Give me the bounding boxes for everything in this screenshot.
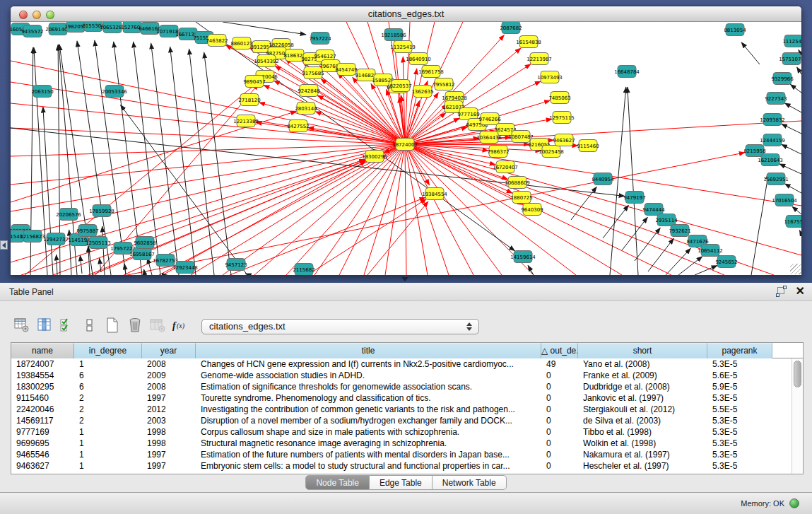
table-row[interactable]: 946554611997Estimation of the future num… bbox=[11, 449, 792, 460]
column-header-out-de-[interactable]: △ out_de... bbox=[541, 343, 578, 358]
tab-edge-table[interactable]: Edge Table bbox=[370, 475, 433, 490]
graph-node[interactable]: 2115682 bbox=[293, 264, 314, 276]
graph-node[interactable]: 8860123 bbox=[230, 37, 252, 49]
graph-node[interactable]: 2063150 bbox=[31, 86, 53, 98]
tab-node-table[interactable]: Node Table bbox=[305, 475, 370, 490]
graph-node[interactable]: 9746266 bbox=[478, 113, 501, 125]
show-columns-icon[interactable] bbox=[35, 316, 54, 334]
graph-node[interactable]: 16958167 bbox=[129, 248, 155, 260]
graph-node[interactable]: 11325419 bbox=[390, 41, 416, 53]
graph-node[interactable]: 10973493 bbox=[537, 71, 563, 83]
column-header-title[interactable]: title bbox=[196, 343, 541, 358]
graph-node[interactable]: 9435572 bbox=[21, 25, 43, 37]
graph-node[interactable]: 9463627 bbox=[553, 134, 575, 146]
graph-node[interactable]: 1167553 bbox=[784, 216, 801, 228]
delete-column-icon[interactable] bbox=[126, 316, 144, 334]
graph-node[interactable]: 12975115 bbox=[549, 112, 575, 124]
graph-node[interactable]: 19384554 bbox=[422, 188, 447, 200]
graph-node[interactable]: 20206576 bbox=[56, 209, 81, 221]
column-header-short[interactable]: short bbox=[578, 343, 707, 358]
graph-node[interactable]: 20364436 bbox=[476, 132, 502, 144]
graph-node[interactable]: 12213389 bbox=[233, 115, 259, 127]
collapsed-panel-arrow-button[interactable] bbox=[0, 240, 8, 250]
graph-node[interactable]: 9329966 bbox=[771, 73, 794, 85]
table-vertical-scrollbar[interactable] bbox=[792, 358, 803, 474]
graph-node[interactable]: 12093832 bbox=[760, 114, 785, 126]
row-selection-icon[interactable] bbox=[58, 316, 76, 334]
graph-node[interactable]: 18724007 bbox=[392, 139, 418, 151]
graph-node[interactable]: 8427552 bbox=[287, 120, 309, 132]
graph-node[interactable]: 15751074 bbox=[779, 53, 801, 65]
graph-node[interactable]: 16961758 bbox=[418, 66, 444, 78]
window-titlebar[interactable]: citations_edges.txt bbox=[11, 6, 801, 22]
graph-node[interactable]: 9890457 bbox=[243, 76, 265, 88]
table-selector-dropdown[interactable]: citations_edges.txt bbox=[201, 319, 479, 334]
table-row[interactable]: 977716911998Corpus callosum shape and si… bbox=[11, 426, 792, 438]
graph-node[interactable]: 12444159 bbox=[760, 134, 785, 146]
graph-node[interactable]: 18640910 bbox=[406, 53, 431, 65]
graph-node[interactable]: 7957224 bbox=[309, 33, 331, 45]
graph-node[interactable]: 16648784 bbox=[614, 66, 640, 78]
graph-node[interactable]: 9245652 bbox=[715, 256, 737, 268]
column-header-year[interactable]: year bbox=[142, 343, 196, 358]
graph-node[interactable]: 12942737 bbox=[43, 233, 69, 245]
graph-node[interactable]: 15692951 bbox=[763, 173, 789, 185]
graph-node[interactable]: 1362635 bbox=[411, 86, 433, 98]
graph-node[interactable]: 10543392 bbox=[254, 55, 279, 67]
graph-node[interactable]: 12156823 bbox=[20, 230, 45, 243]
graph-node[interactable]: 9975887 bbox=[76, 225, 98, 237]
graph-node[interactable]: 9479197 bbox=[623, 192, 645, 204]
close-panel-button[interactable]: ✕ bbox=[796, 285, 805, 298]
graph-node[interactable]: 1880725 bbox=[510, 192, 532, 204]
graph-node[interactable]: 9175685 bbox=[302, 67, 324, 79]
graph-node[interactable]: 12923448 bbox=[172, 262, 198, 274]
scrollbar-thumb[interactable] bbox=[794, 361, 801, 387]
graph-node[interactable]: 9474444 bbox=[642, 204, 665, 216]
splitter-collapse-handle[interactable] bbox=[401, 277, 408, 281]
graph-node[interactable]: 10688609 bbox=[505, 177, 530, 189]
graph-node[interactable]: 9242848 bbox=[298, 85, 319, 97]
graph-node[interactable]: 10807487 bbox=[508, 131, 534, 143]
graph-node[interactable]: 9640309 bbox=[521, 204, 543, 216]
table-row[interactable]: 1938455462009Genome-wide association stu… bbox=[11, 370, 792, 381]
graph-node[interactable]: 16154838 bbox=[516, 36, 541, 48]
graph-node[interactable]: 7955812 bbox=[433, 78, 454, 90]
graph-node[interactable]: 16210643 bbox=[758, 154, 783, 166]
graph-node[interactable]: 2803144 bbox=[295, 103, 317, 115]
table-row[interactable]: 1830029562008Estimation of significance … bbox=[11, 381, 792, 392]
graph-node[interactable]: 7932621 bbox=[669, 225, 690, 237]
graph-node[interactable]: 2935114 bbox=[655, 214, 678, 226]
graph-node[interactable]: 7986372 bbox=[487, 146, 509, 158]
column-header-pagerank[interactable]: pagerank bbox=[707, 343, 772, 358]
graph-node[interactable]: 8454749 bbox=[335, 64, 357, 76]
create-column-icon[interactable] bbox=[103, 316, 122, 334]
delete-table-icon[interactable] bbox=[148, 316, 167, 334]
graph-node[interactable]: 9602858 bbox=[134, 237, 155, 249]
graph-node[interactable]: 18300295 bbox=[362, 151, 387, 163]
graph-node[interactable]: 12505113 bbox=[86, 237, 111, 249]
row-height-icon[interactable] bbox=[81, 316, 99, 334]
table-row[interactable]: 1456911722003Disruption of a novel membe… bbox=[11, 415, 792, 426]
graph-node[interactable]: 20053346 bbox=[102, 86, 127, 98]
float-panel-button[interactable] bbox=[776, 287, 787, 297]
column-header-in-degree[interactable]: in_degree bbox=[74, 343, 142, 358]
graph-node[interactable]: 8440954 bbox=[592, 173, 614, 185]
graph-node[interactable]: 9457123 bbox=[225, 259, 247, 271]
function-builder-icon[interactable]: f(x) bbox=[171, 316, 189, 334]
graph-node[interactable]: 9115460 bbox=[577, 140, 599, 152]
graph-node[interactable]: 9227343 bbox=[765, 93, 787, 105]
graph-node[interactable]: 8813054 bbox=[724, 24, 746, 36]
graph-node[interactable]: 2718120 bbox=[238, 94, 260, 106]
graph-node[interactable]: 14159614 bbox=[510, 251, 536, 263]
table-mode-icon[interactable] bbox=[13, 316, 31, 334]
graph-node[interactable]: 7485063 bbox=[548, 92, 570, 104]
window-resize-grip[interactable] bbox=[790, 264, 801, 274]
graph-node[interactable]: 10654112 bbox=[698, 245, 723, 257]
graph-node[interactable]: 8220537 bbox=[389, 80, 411, 92]
table-row[interactable]: 1872400712008Changes of HCN gene express… bbox=[11, 358, 792, 370]
tab-network-table[interactable]: Network Table bbox=[433, 475, 507, 490]
graph-node[interactable]: 10025458 bbox=[539, 146, 564, 158]
graph-node[interactable]: 19218586 bbox=[381, 29, 406, 41]
table-row[interactable]: 969969511998Structural magnetic resonanc… bbox=[11, 438, 792, 449]
table-row[interactable]: 911546021997Tourette syndrome. Phenomeno… bbox=[11, 392, 792, 404]
